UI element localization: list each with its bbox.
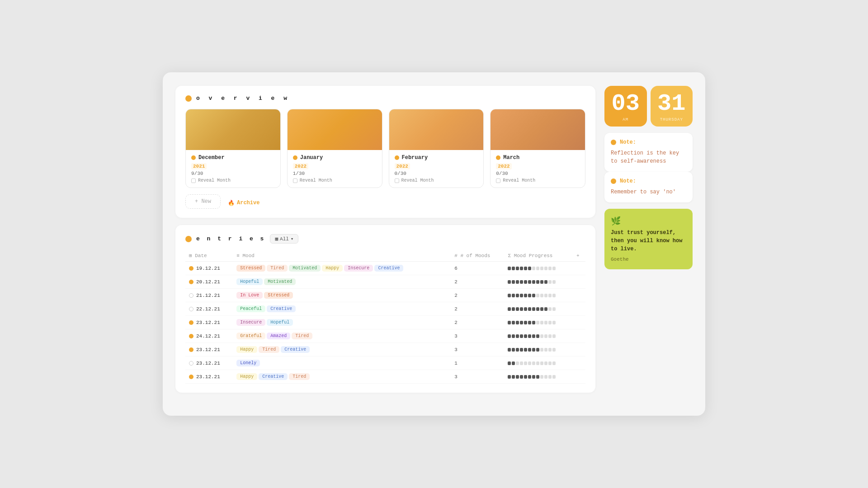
mood-cell: HappyCreativeTired (236, 373, 447, 380)
progress-block (508, 280, 511, 284)
col-num-moods: # # of Moods (451, 250, 504, 262)
month-dot (191, 155, 196, 160)
reveal-checkbox[interactable] (496, 178, 500, 183)
month-card-image (186, 109, 280, 150)
note-dot (611, 178, 616, 184)
progress-block (540, 307, 543, 311)
date-cell: 22.12.21 (189, 306, 229, 312)
table-row[interactable]: 23.12.21HappyCreativeTired3 (185, 370, 585, 384)
reveal-checkbox[interactable] (293, 178, 297, 183)
progress-block (520, 348, 523, 352)
progress-block (508, 307, 511, 311)
progress-block (548, 294, 552, 297)
overview-dot (185, 95, 192, 102)
note-header: Note: (611, 139, 686, 145)
reveal-checkbox[interactable] (395, 178, 399, 183)
reveal-checkbox[interactable] (191, 178, 196, 183)
progress-block (524, 280, 527, 284)
progress-block (536, 307, 539, 311)
mood-tag: Creative (281, 346, 310, 353)
mood-tag: Insecure (344, 265, 373, 272)
reveal-label[interactable]: Reveal Month (293, 178, 377, 183)
progress-block (532, 267, 535, 270)
mood-tag: Tired (292, 333, 312, 339)
progress-block (552, 267, 556, 270)
main-content: o v e r v i e w December 2021 9/30 Revea… (175, 86, 595, 402)
add-new-button[interactable]: + New (185, 194, 221, 209)
progress-block (516, 361, 519, 365)
month-card-march[interactable]: March 2022 0/30 Reveal Month (490, 109, 585, 188)
mood-tag: Amazed (267, 333, 290, 339)
reveal-label[interactable]: Reveal Month (191, 178, 275, 183)
date-cell: 20.12.21 (189, 279, 229, 285)
count-cell: 2 (451, 275, 504, 289)
progress-block (524, 321, 527, 324)
progress-block (516, 280, 519, 284)
progress-block (532, 348, 535, 352)
progress-bar (508, 348, 569, 352)
date-cell: 19.12.21 (189, 266, 229, 271)
reveal-label[interactable]: Reveal Month (496, 178, 580, 183)
clock-minute-block: 31 THURSDAY (651, 86, 693, 127)
progress-block (516, 375, 519, 379)
mood-cell: In LoveStressed (236, 292, 447, 299)
month-count: 9/30 (191, 171, 275, 176)
note-text: Reflection is the key to self-awareness (611, 149, 686, 165)
progress-block (520, 280, 523, 284)
table-row[interactable]: 23.12.21Lonely1 (185, 357, 585, 370)
clock-hour: 03 (612, 92, 640, 116)
progress-block (544, 307, 547, 311)
reveal-label[interactable]: Reveal Month (395, 178, 478, 183)
col-add[interactable]: + (573, 250, 585, 262)
mood-tag: Happy (236, 346, 257, 353)
overview-title: o v e r v i e w (196, 95, 290, 102)
table-row[interactable]: 21.12.21In LoveStressed2 (185, 289, 585, 302)
table-row[interactable]: 24.12.21GratefulAmazedTired3 (185, 329, 585, 343)
progress-block (508, 334, 511, 338)
progress-block (524, 307, 527, 311)
progress-block (532, 375, 535, 379)
mood-cell: HopefulMotivated (236, 278, 447, 285)
table-row[interactable]: 23.12.21InsecureHopeful2 (185, 316, 585, 329)
month-card-december[interactable]: December 2021 9/30 Reveal Month (185, 109, 281, 188)
mood-tag: Lonely (236, 360, 260, 366)
progress-block (516, 334, 519, 338)
extra-cell (573, 275, 585, 289)
date-cell: 21.12.21 (189, 293, 229, 298)
note-label: Note: (620, 178, 636, 184)
month-card-info: December 2021 9/30 Reveal Month (186, 150, 280, 188)
table-row[interactable]: 19.12.21StressedTiredMotivatedHappyInsec… (185, 262, 585, 275)
month-count: 0/30 (395, 171, 478, 176)
mood-cell: InsecureHopeful (236, 319, 447, 326)
progress-block (512, 267, 515, 270)
progress-block (536, 280, 539, 284)
clock-minute: 31 (657, 92, 685, 116)
row-dot (189, 361, 193, 366)
archive-link[interactable]: 🔥 Archive (228, 200, 259, 206)
mood-tag: In Love (236, 292, 263, 299)
overview-header: o v e r v i e w (185, 95, 585, 102)
filter-button[interactable]: ▦ All ▾ (270, 234, 298, 244)
progress-block (528, 280, 531, 284)
progress-block (548, 361, 552, 365)
month-card-february[interactable]: February 2022 0/30 Reveal Month (389, 109, 484, 188)
mood-tag: Tired (267, 265, 288, 272)
table-row[interactable]: 20.12.21HopefulMotivated2 (185, 275, 585, 289)
right-sidebar: 03 AM 31 THURSDAY Note: Reflection is th… (604, 86, 693, 402)
count-cell: 2 (451, 316, 504, 329)
progress-bar (508, 321, 569, 324)
progress-block (528, 375, 531, 379)
mood-tag: Tired (259, 346, 279, 353)
count-cell: 2 (451, 289, 504, 302)
month-dot (496, 155, 500, 160)
progress-block (512, 294, 515, 297)
month-card-january[interactable]: January 2022 1/30 Reveal Month (287, 109, 382, 188)
table-row[interactable]: 22.12.21PeacefulCreative2 (185, 302, 585, 316)
mood-cell: PeacefulCreative (236, 305, 447, 312)
mood-cell: HappyTiredCreative (236, 346, 447, 353)
table-row[interactable]: 23.12.21HappyTiredCreative3 (185, 343, 585, 357)
progress-block (536, 267, 539, 270)
progress-block (532, 321, 535, 324)
progress-block (516, 307, 519, 311)
progress-block (540, 334, 543, 338)
